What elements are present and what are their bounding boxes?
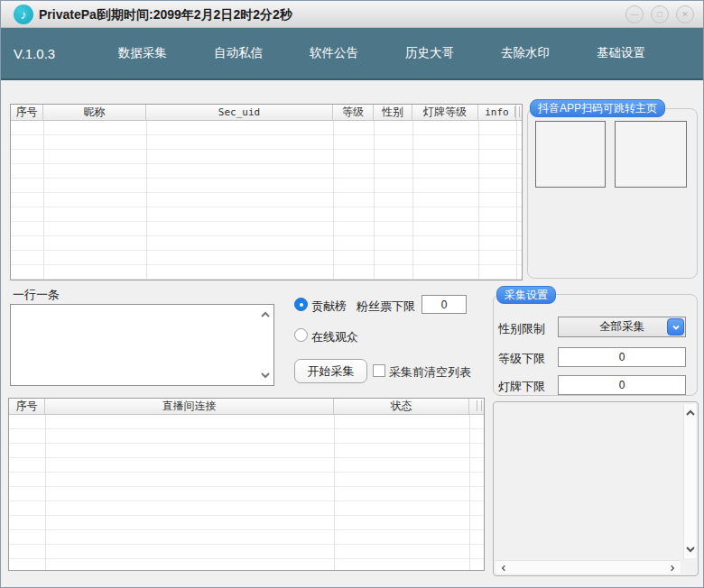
grid-line [45, 415, 46, 570]
room-table: 序号 直播间连接 状态 [8, 398, 485, 571]
minimize-button[interactable]: — [625, 5, 644, 23]
level-limit-label: 等级下限 [498, 351, 545, 367]
lamp-limit-label: 灯牌下限 [498, 379, 545, 395]
app-window: ♪ PrivatePal 到期时间:2099年2月2日2时2分2秒 — □ ✕ … [0, 0, 704, 588]
fan-ticket-label: 粉丝票下限 [357, 299, 415, 315]
col-level[interactable]: 等级 [333, 105, 374, 120]
qr-panel-label: 抖音APP扫码可跳转主页 [530, 99, 665, 117]
lines-input-label: 一行一条 [13, 287, 60, 303]
clear-before-collect-checkbox[interactable] [373, 364, 385, 377]
grid-line [43, 121, 44, 280]
col-index[interactable]: 序号 [11, 105, 43, 120]
col-index[interactable]: 序号 [9, 399, 45, 414]
column-resize-grip-icon[interactable] [469, 399, 484, 414]
grid-line [333, 121, 334, 280]
grid-line [146, 121, 147, 280]
lines-input-area [10, 304, 274, 386]
nav-menu: 数据采集 自动私信 软件公告 历史大哥 去除水印 基础设置 [116, 28, 647, 78]
nav-item-settings[interactable]: 基础设置 [595, 40, 647, 67]
scroll-down-icon[interactable] [260, 372, 271, 379]
collect-settings-label: 采集设置 [496, 286, 556, 304]
lines-textarea[interactable] [11, 305, 273, 385]
col-info[interactable]: info [478, 105, 516, 120]
col-lamp-level[interactable]: 灯牌等级 [412, 105, 478, 120]
radio-online-label: 在线观众 [311, 329, 358, 345]
douyin-music-note-icon: ♪ [14, 5, 33, 24]
grid-line [478, 121, 479, 280]
maximize-button[interactable]: □ [651, 5, 669, 23]
close-button[interactable]: ✕ [676, 5, 694, 23]
scroll-up-icon[interactable] [260, 311, 271, 318]
nav-item-auto-message[interactable]: 自动私信 [212, 40, 264, 67]
vertical-scrollbar[interactable] [683, 404, 696, 558]
radio-contribution-label: 贡献榜 [311, 299, 347, 315]
dropdown-button[interactable] [667, 318, 684, 335]
clear-before-collect-label: 采集前清空列表 [389, 364, 471, 381]
lamp-limit-input[interactable] [558, 375, 686, 395]
nav-item-watermark[interactable]: 去除水印 [499, 40, 551, 67]
column-resize-grip-icon[interactable] [516, 105, 522, 120]
gender-limit-value: 全部采集 [559, 317, 685, 336]
grid-line [516, 121, 517, 280]
qr-code-box-2 [615, 121, 687, 188]
scroll-left-icon[interactable] [500, 565, 507, 572]
scroll-down-icon[interactable] [685, 546, 696, 553]
col-room-link[interactable]: 直播间连接 [45, 399, 334, 414]
user-table-body[interactable] [11, 121, 522, 280]
fan-ticket-input[interactable] [421, 295, 467, 314]
gender-limit-label: 性别限制 [498, 321, 545, 337]
room-table-header[interactable]: 序号 直播间连接 状态 [9, 399, 484, 415]
room-table-body[interactable] [9, 415, 484, 570]
col-gender[interactable]: 性别 [374, 105, 412, 120]
scroll-up-icon[interactable] [685, 409, 696, 417]
col-nickname[interactable]: 昵称 [43, 105, 146, 120]
expiry-time-text: 到期时间:2099年2月2日2时2分2秒 [98, 7, 292, 23]
grid-line [374, 121, 375, 280]
radio-online-viewers[interactable] [294, 328, 308, 342]
qr-code-box-1 [535, 121, 606, 188]
title-bar: ♪ PrivatePal 到期时间:2099年2月2日2时2分2秒 — □ ✕ [1, 1, 703, 28]
grid-line [412, 121, 413, 280]
nav-bar: V.1.0.3 数据采集 自动私信 软件公告 历史大哥 去除水印 基础设置 [1, 28, 703, 80]
user-table: 序号 昵称 Sec_uid 等级 性别 灯牌等级 info [10, 104, 523, 280]
col-sec-uid[interactable]: Sec_uid [146, 105, 333, 120]
level-limit-input[interactable] [558, 347, 686, 367]
chevron-down-icon [672, 325, 681, 330]
gender-limit-dropdown[interactable]: 全部采集 [558, 317, 686, 337]
col-status[interactable]: 状态 [334, 399, 469, 414]
nav-item-history[interactable]: 历史大哥 [403, 40, 456, 67]
grid-line [334, 415, 335, 570]
log-panel[interactable] [493, 401, 699, 576]
user-table-header[interactable]: 序号 昵称 Sec_uid 等级 性别 灯牌等级 info [11, 105, 522, 121]
nav-item-announcement[interactable]: 软件公告 [308, 40, 360, 67]
nav-item-data-collect[interactable]: 数据采集 [116, 40, 169, 67]
scroll-right-icon[interactable] [669, 565, 676, 572]
window-controls: — □ ✕ [625, 5, 694, 23]
grid-line [469, 415, 470, 570]
version-label: V.1.0.3 [14, 46, 55, 61]
horizontal-scrollbar[interactable] [496, 560, 681, 574]
app-title: PrivatePal [39, 7, 100, 22]
radio-contribution-rank[interactable] [294, 298, 308, 311]
start-collect-button[interactable]: 开始采集 [294, 359, 367, 383]
